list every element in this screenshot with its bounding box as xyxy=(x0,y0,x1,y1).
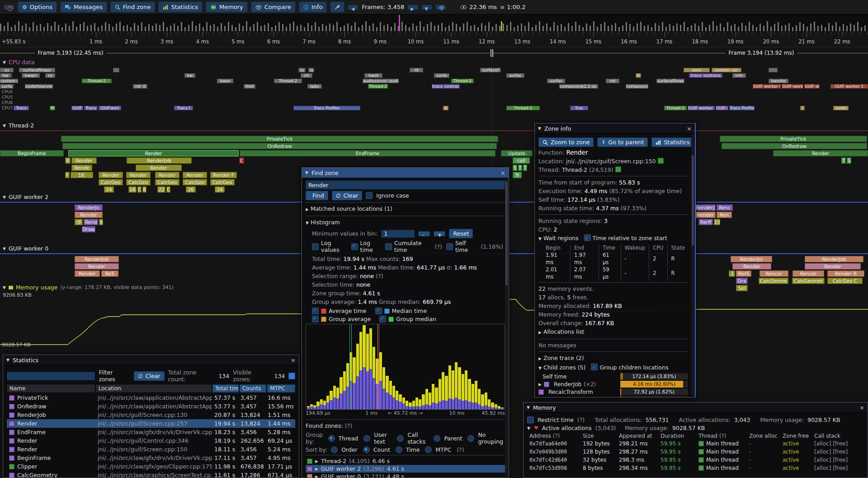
option-checkbox[interactable] xyxy=(351,243,358,250)
cpu-zone[interactable]: kw xyxy=(0,73,11,78)
cpu-zone[interactable]: GUIF-w xyxy=(716,106,728,110)
restrict-time-checkbox[interactable] xyxy=(527,416,534,423)
scrollbar-thumb[interactable] xyxy=(692,155,694,246)
scrollbar[interactable] xyxy=(505,179,508,477)
find-zone-button[interactable]: Find zone xyxy=(110,1,156,13)
timeline-zone[interactable]: S xyxy=(513,165,517,171)
timeline-zone[interactable]: Render xyxy=(183,172,207,178)
cpu-zone[interactable]: rot_d xyxy=(133,84,147,89)
go-to-parent-button[interactable]: ⬆Go to parent xyxy=(597,137,648,147)
cpu-zone[interactable]: GUIFworl xyxy=(99,106,121,110)
column-header-duration[interactable]: Duration xyxy=(658,433,696,439)
time-relative-checkbox[interactable] xyxy=(584,234,591,241)
scrollbar-thumb[interactable] xyxy=(505,181,508,285)
frame-dropdown-button[interactable]: ▼ xyxy=(421,5,432,10)
zone-trace-header[interactable]: ▶ Zone trace (2) xyxy=(538,354,689,363)
cpu-zone[interactable]: GUIF worker 1 xyxy=(830,84,868,89)
timeline-zone[interactable]: OnRedraw xyxy=(62,143,497,149)
timeline-zone[interactable]: Rende xyxy=(71,165,92,171)
collapse-icon[interactable]: ▼ xyxy=(305,170,308,175)
timeline-zone[interactable]: -17 xyxy=(729,270,735,277)
column-header-counts[interactable]: Counts xyxy=(240,384,267,393)
clear-filter-button[interactable]: ∅Clear xyxy=(134,371,165,381)
wait-column-header[interactable]: State xyxy=(667,244,689,251)
allocation-row[interactable]: 0x7dfaa64e00192 bytes298.21 ms59.95 sMai… xyxy=(527,440,864,448)
wait-column-header[interactable]: End xyxy=(571,244,599,251)
cpu-zone[interactable] xyxy=(113,68,119,72)
cpu-zone[interactable]: Thread-2 xyxy=(664,106,687,110)
allocation-row[interactable]: 0x7dfc53d9988 bytes298.34 ms59.95 sMain … xyxy=(527,464,864,472)
timeline-zone[interactable]: T xyxy=(523,165,527,171)
timeline-zone[interactable]: CalcGeo xyxy=(99,179,123,185)
cpu-zone[interactable]: surfaceflinger xyxy=(19,68,55,72)
statistics-button[interactable]: Statistics xyxy=(651,137,693,147)
statistics-row[interactable]: Renderjni/../jni/src/guif/Control.cpp:34… xyxy=(7,436,295,445)
zone-group-row[interactable]: ▶GUIF worker 0(3,231)4.48 s xyxy=(306,473,505,478)
timeline-zone[interactable]: (8 xyxy=(75,219,83,225)
cpu-zone[interactable]: composer@2.1-se (Hw xyxy=(559,84,598,89)
timeline-zone[interactable]: 24 xyxy=(104,186,114,193)
timeline-zone[interactable]: Render xyxy=(75,212,103,218)
cpu-zone[interactable]: Tracy I xyxy=(174,106,193,110)
cpu-zone[interactable]: GUIF-w xyxy=(804,84,820,89)
zone-group-row[interactable]: ▶GUIF worker 2(3,296)4.61 s xyxy=(306,465,505,473)
compare-button[interactable]: Compare xyxy=(251,1,296,13)
timeline-zone[interactable]: Ren xyxy=(717,212,732,218)
cpu-zone[interactable]: M xyxy=(50,106,55,110)
timeline-zone[interactable]: Render R xyxy=(827,270,864,277)
statistics-row[interactable]: BeginFramejni/../jni/src/claw/gfx/drv/vk… xyxy=(7,454,295,462)
timeline-zone[interactable]: RenderJob xyxy=(805,256,863,262)
legend-checkbox[interactable] xyxy=(312,308,319,314)
radio-thread[interactable] xyxy=(328,435,335,442)
column-header-zone-alloc[interactable]: Zone alloc xyxy=(747,433,780,439)
timeline-zone[interactable]: RenderJol xyxy=(731,256,772,262)
radio-count[interactable] xyxy=(363,446,370,453)
timeline-zone[interactable]: CalcGeome xyxy=(759,278,788,284)
power-button[interactable] xyxy=(4,5,14,10)
timeline-zone[interactable]: 16 xyxy=(128,186,137,193)
close-icon[interactable]: × xyxy=(500,170,505,176)
column-header-thread[interactable]: Thread (?) xyxy=(696,433,747,439)
column-header-call-stack[interactable]: Call stack xyxy=(812,433,862,439)
zone-group-row[interactable]: ▶Thread-2(4,105)6.46 s xyxy=(306,457,505,465)
timeline-zone[interactable]: T xyxy=(841,157,846,164)
cpu-zone[interactable]: kwgin xyxy=(22,73,40,78)
timeline-zone[interactable]: Render xyxy=(136,165,182,171)
timeline-zone[interactable]: Render xyxy=(805,263,861,270)
timeline-zone[interactable]: Update xyxy=(501,150,533,156)
cpu-zone[interactable]: kworke xyxy=(769,79,788,83)
min-bin-input[interactable] xyxy=(381,230,415,238)
cpu-zone[interactable]: tracy_systrace xyxy=(689,73,722,78)
wait-column-header[interactable]: Time xyxy=(599,244,621,251)
prev-frame-button[interactable]: ◀ xyxy=(348,5,359,10)
matched-source-locations[interactable]: ▶ Matched source locations (1) xyxy=(306,204,505,214)
timeline-zone[interactable]: PrivateTick xyxy=(720,136,867,142)
timeline-zone[interactable]: PrivateTick xyxy=(61,136,498,142)
cpu-zone[interactable]: surfac xyxy=(506,73,524,78)
cpu-zone[interactable]: GUIF xyxy=(71,106,83,110)
timeline-zone[interactable]: Dra xyxy=(736,278,748,284)
histogram-section-header[interactable]: ▼ Histogram xyxy=(306,218,505,227)
location-value[interactable]: jni/../jni/src/guif/Screen.cpp:150 xyxy=(566,158,656,165)
find-button[interactable]: Find xyxy=(306,191,328,200)
memory-titlebar[interactable]: ▼ Memory × xyxy=(524,402,868,413)
column-header-total-tim[interactable]: Total tim xyxy=(212,384,239,393)
cpu-zone[interactable]: system-se xyxy=(0,79,18,83)
timeline-zone[interactable]: Tr xyxy=(513,172,522,178)
timeline-zone[interactable]: CalcGeo xyxy=(126,179,151,185)
cpu-zone[interactable]: Thread-2 xyxy=(506,106,540,110)
allocation-row[interactable]: 0x7e049b3d00128 bytes298.27 ms59.95 sMai… xyxy=(527,448,864,456)
timeline-zone[interactable]: BeginFrame xyxy=(0,150,64,156)
timeline-zone[interactable]: CalcGeo xyxy=(210,179,235,185)
timeline-zone[interactable]: 24 xyxy=(215,186,225,193)
frame-label[interactable]: Frame 3,194 (13.92 ms) xyxy=(726,50,797,56)
cpu-zone[interactable]: A xyxy=(443,106,448,110)
radio-parent[interactable] xyxy=(434,435,440,442)
statistics-row[interactable]: RenderJobjni/../jni/src/guif/Screen.cpp:… xyxy=(7,411,295,419)
group-children-checkbox[interactable] xyxy=(591,364,598,370)
timeline-zone[interactable]: Render F xyxy=(210,172,237,178)
increase-bin-button[interactable]: + xyxy=(434,231,445,237)
timeline-zone[interactable]: Render xyxy=(126,172,151,178)
cpu-zone[interactable]: surfacef xyxy=(480,68,501,72)
statistics-titlebar[interactable]: ▼ Statistics × xyxy=(3,355,299,365)
